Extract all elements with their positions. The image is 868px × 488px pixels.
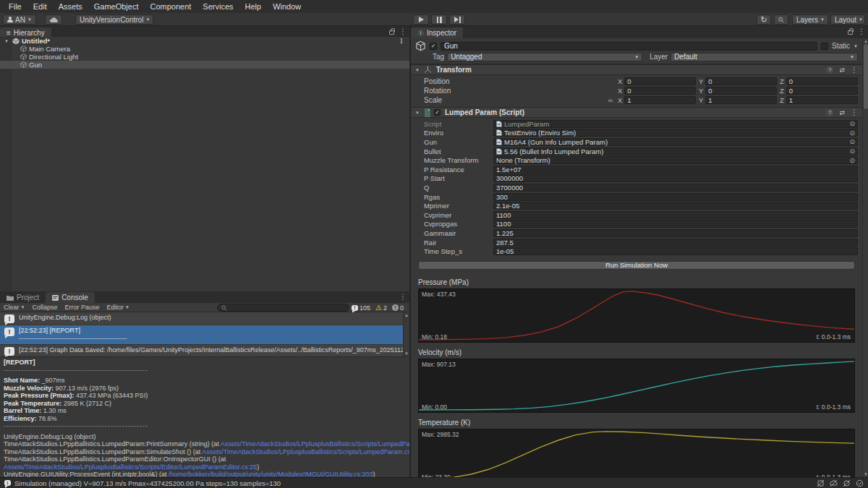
stack-trace-link[interactable]: /home/bokken/build/output/unity/unity/Mo… xyxy=(169,471,373,477)
object-picker-icon[interactable]: ⊙ xyxy=(849,147,855,155)
menu-gameobject[interactable]: GameObject xyxy=(88,0,145,13)
transform-component-header[interactable]: ▼ Transform ? ⇄ ⋮ xyxy=(411,64,862,75)
console-log-row[interactable]: ![22:52:23] Graph Data Saved: /home/file… xyxy=(0,345,409,356)
layers-dropdown[interactable]: Layers ▼ xyxy=(792,14,828,25)
static-checkbox[interactable] xyxy=(821,43,828,50)
help-icon[interactable]: ? xyxy=(826,67,833,74)
transform-position-y-field[interactable]: 0 xyxy=(705,77,777,85)
number-field-gammaair[interactable]: 1.225 xyxy=(493,229,858,237)
menu-services[interactable]: Services xyxy=(197,0,239,13)
transform-position-z-field[interactable]: 0 xyxy=(786,77,858,85)
hierarchy-item-main-camera[interactable]: Main Camera xyxy=(0,45,409,53)
info-count[interactable]: !105 xyxy=(352,304,370,312)
number-field-mprimer[interactable]: 2.1e-05 xyxy=(493,202,858,210)
menu-file[interactable]: File xyxy=(3,0,27,13)
warning-count[interactable]: ⚠2 xyxy=(375,304,387,312)
object-field-enviro[interactable]: TestEnviro (Enviro Sim)⊙ xyxy=(493,129,858,137)
number-field-cvprimer[interactable]: 1100 xyxy=(493,211,858,219)
object-picker-icon[interactable]: ⊙ xyxy=(849,120,855,127)
presets-icon[interactable]: ⇄ xyxy=(839,109,845,116)
console-log-row[interactable]: !UnityEngine.Debug:Log (object) xyxy=(0,312,409,325)
search-button[interactable] xyxy=(774,14,788,25)
transform-scale-y-field[interactable]: 1 xyxy=(705,96,777,104)
transform-position-x-field[interactable]: 0 xyxy=(624,77,696,85)
editor-dropdown[interactable]: Editor▼ xyxy=(103,304,133,311)
object-picker-icon[interactable]: ⊙ xyxy=(849,129,855,137)
kebab-menu-icon[interactable]: ⋮ xyxy=(398,37,405,45)
number-field-p-resistance[interactable]: 1.5e+07 xyxy=(493,166,858,174)
transform-rotation-z-field[interactable]: 0 xyxy=(786,87,858,95)
object-name-field[interactable]: Gun xyxy=(441,42,817,51)
foldout-expanded-icon[interactable]: ▼ xyxy=(415,111,421,115)
tab-inspector[interactable]: i Inspector xyxy=(411,27,463,38)
sync-disabled-icon[interactable] xyxy=(843,479,851,487)
clear-button[interactable]: Clear▼ xyxy=(0,304,28,311)
console-scrollbar[interactable]: ▲▼ xyxy=(403,312,409,356)
menu-assets[interactable]: Assets xyxy=(53,0,88,13)
cloud-disabled-icon[interactable] xyxy=(830,479,838,487)
play-button[interactable] xyxy=(413,14,429,25)
pause-button[interactable] xyxy=(431,14,447,25)
number-field-q[interactable]: 3700000 xyxy=(493,184,858,192)
tab-project[interactable]: Project xyxy=(0,292,46,303)
account-button[interactable]: AN ▼ xyxy=(3,14,36,25)
number-field-cvpropgas[interactable]: 1100 xyxy=(493,220,858,228)
chevron-down-icon[interactable]: ▼ xyxy=(854,44,858,48)
run-simulation-button[interactable]: Run Simulation Now xyxy=(418,261,855,270)
foldout-expanded-icon[interactable]: ▼ xyxy=(415,68,421,72)
stack-trace-link[interactable]: Assets/TimeAttackStudios/LPplusplusBalli… xyxy=(4,463,257,471)
inspector-scrollbar[interactable]: ▲ ▼ xyxy=(862,38,868,477)
number-field-time-step-s[interactable]: 1e-05 xyxy=(493,247,858,255)
check-circle-icon[interactable] xyxy=(856,479,864,487)
foldout-expanded-icon[interactable]: ▼ xyxy=(4,39,10,43)
lock-icon[interactable] xyxy=(389,30,394,35)
number-field-p-start[interactable]: 3000000 xyxy=(493,174,858,182)
menu-window[interactable]: Window xyxy=(267,0,307,13)
scale-link-icon[interactable]: ∞ xyxy=(606,97,615,104)
script-component-header[interactable]: ▼ ✓ Lumped Param (Script) ? ⇄ ⋮ xyxy=(411,107,862,118)
transform-rotation-x-field[interactable]: 0 xyxy=(624,87,696,95)
kebab-menu-icon[interactable]: ⋮ xyxy=(851,108,858,116)
transform-scale-x-field[interactable]: 1 xyxy=(624,96,696,104)
kebab-menu-icon[interactable]: ⋮ xyxy=(851,66,858,74)
number-field-rair[interactable]: 287.5 xyxy=(493,239,858,247)
status-text[interactable]: Simulation (managed) V=907.13 m/s Pmax=4… xyxy=(14,479,281,487)
layout-dropdown[interactable]: Layout ▼ xyxy=(830,14,865,25)
stack-trace-link[interactable]: Assets/TimeAttackStudios/LPplusplusBalli… xyxy=(202,448,409,455)
error-pause-button[interactable]: Error Pause xyxy=(61,304,103,311)
undo-history-button[interactable]: ↻ xyxy=(757,14,771,25)
object-field-gun[interactable]: M16A4 (Gun Info Lumped Param)⊙ xyxy=(493,138,858,146)
menu-component[interactable]: Component xyxy=(144,0,197,13)
menu-help[interactable]: Help xyxy=(239,0,268,13)
cloud-button[interactable] xyxy=(45,14,62,25)
kebab-menu-icon[interactable]: ⋮ xyxy=(399,27,407,35)
transform-rotation-y-field[interactable]: 0 xyxy=(705,87,777,95)
step-button[interactable] xyxy=(449,14,465,25)
console-search-input[interactable] xyxy=(217,304,349,312)
object-field-script[interactable]: LumpedParam⊙ xyxy=(493,120,858,128)
lock-icon[interactable] xyxy=(848,30,853,35)
active-checkbox[interactable]: ✓ xyxy=(430,43,437,50)
kebab-menu-icon[interactable]: ⋮ xyxy=(858,27,865,35)
object-field-muzzle-transform[interactable]: None (Transform)⊙ xyxy=(493,156,858,164)
cache-disabled-icon[interactable] xyxy=(817,479,825,487)
object-picker-icon[interactable]: ⊙ xyxy=(849,138,855,145)
stack-trace-link[interactable]: Assets/TimeAttackStudios/LPplusplusBalli… xyxy=(221,440,409,448)
hierarchy-scene-row[interactable]: ▼ Untitled* ⋮ xyxy=(0,37,409,45)
component-enabled-checkbox[interactable]: ✓ xyxy=(434,109,441,116)
error-count[interactable]: !0 xyxy=(392,304,404,312)
hierarchy-item-directional-light[interactable]: Directional Light xyxy=(0,53,409,61)
version-control-dropdown[interactable]: UnityVersionControl ▼ xyxy=(75,14,153,25)
hierarchy-item-gun[interactable]: Gun xyxy=(0,61,409,69)
help-icon[interactable]: ? xyxy=(826,109,833,116)
transform-scale-z-field[interactable]: 1 xyxy=(786,96,858,104)
presets-icon[interactable]: ⇄ xyxy=(839,67,845,74)
object-picker-icon[interactable]: ⊙ xyxy=(849,157,855,164)
tab-console[interactable]: Console xyxy=(46,292,95,303)
tag-dropdown[interactable]: Untagged▼ xyxy=(447,53,642,61)
kebab-menu-icon[interactable]: ⋮ xyxy=(399,293,407,301)
layer-dropdown[interactable]: Default▼ xyxy=(671,53,858,61)
object-field-bullet[interactable]: 5.56 (Bullet Info Lumped Param)⊙ xyxy=(493,147,858,155)
collapse-button[interactable]: Collapse xyxy=(28,304,61,311)
number-field-rgas[interactable]: 300 xyxy=(493,193,858,201)
